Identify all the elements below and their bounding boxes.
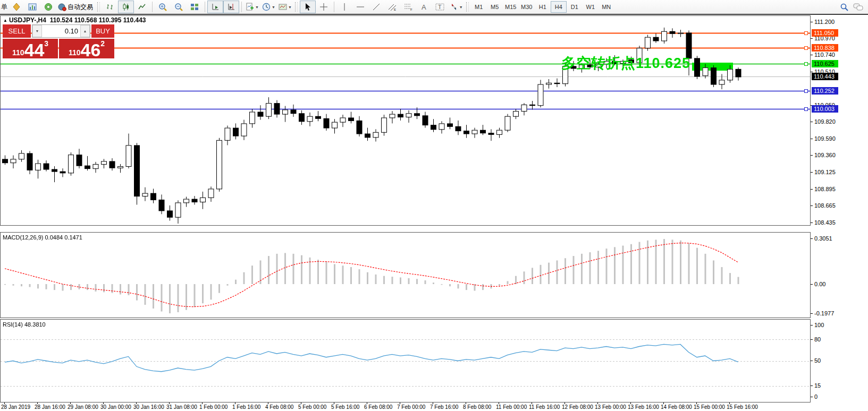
zoom-out-button[interactable]	[171, 1, 187, 13]
chat-icon[interactable]	[853, 3, 864, 11]
price-axis-tick-label: 109.125	[814, 169, 836, 175]
price-axis-tick	[811, 172, 813, 173]
text-icon: A	[420, 3, 428, 11]
price-axis-tick	[811, 222, 813, 223]
one-click-trading-panel: SELL ▼ 0.10 ▲ BUY 110443 110462	[3, 24, 114, 58]
sound-button[interactable]	[40, 1, 56, 13]
search-icon[interactable]	[840, 3, 849, 12]
price-axis-tick-label: 108.895	[814, 186, 836, 192]
macd-axis-tick-label: 0.00	[814, 281, 825, 287]
time-axis-label: 8 Feb 08:00	[463, 404, 491, 410]
toolbar: 单 自动交易	[0, 0, 868, 15]
time-axis-label: 15 Feb 16:00	[727, 404, 758, 410]
price-axis-badge: 110.838	[812, 44, 838, 52]
sound-icon	[44, 3, 53, 11]
time-axis-label: 29 Jan 08:00	[68, 404, 98, 410]
lot-size-value[interactable]: 0.10	[42, 25, 80, 37]
macd-canvas[interactable]	[1, 233, 810, 318]
indicators-button[interactable]: ▼	[244, 1, 260, 13]
tile-windows-button[interactable]	[187, 1, 203, 13]
price-axis-tick	[811, 206, 813, 206]
periods-button[interactable]: ▼	[260, 1, 277, 13]
timeframe-h1[interactable]: H1	[535, 1, 551, 13]
autotrading-button[interactable]: 自动交易	[56, 1, 96, 13]
svg-text:F: F	[410, 8, 412, 11]
timeframe-mn[interactable]: MN	[599, 1, 614, 13]
vertical-line-button[interactable]	[336, 1, 352, 13]
cursor-button[interactable]	[300, 1, 316, 13]
macd-panel[interactable]: MACD(12,26,9) 0.0484 0.1471	[0, 232, 811, 318]
lot-decrease-button[interactable]: ▼	[32, 25, 42, 37]
time-axis-label: 14 Feb 08:00	[661, 404, 692, 410]
timeframe-d1[interactable]: D1	[567, 1, 583, 13]
dropdown-arrow-icon: ▼	[459, 5, 463, 9]
price-axis-tick	[811, 139, 813, 139]
new-order-icon	[12, 3, 21, 11]
text-label-button[interactable]: T	[432, 1, 448, 13]
channel-button[interactable]: E	[384, 1, 400, 13]
rsi-name: RSI(14)	[3, 321, 23, 328]
chart-symbol: USDJPY-,H4	[9, 16, 46, 24]
macd-label: MACD(12,26,9) 0.0484 0.1471	[3, 234, 82, 241]
line-chart-button[interactable]	[134, 1, 150, 13]
timeframe-w1[interactable]: W1	[583, 1, 599, 13]
timeframe-m1[interactable]: M1	[471, 1, 487, 13]
lot-increase-button[interactable]: ▲	[80, 25, 90, 37]
autotrading-label: 自动交易	[68, 3, 93, 12]
zoom-in-button[interactable]	[155, 1, 171, 13]
rsi-panel[interactable]: RSI(14) 48.3810	[0, 319, 811, 403]
svg-text:E: E	[394, 8, 396, 11]
rsi-axis-tick	[811, 325, 813, 326]
sell-price-button[interactable]: 110443	[3, 39, 58, 58]
new-order-button[interactable]	[9, 1, 24, 13]
sell-button[interactable]: SELL	[3, 24, 31, 38]
toolbar-separator	[205, 2, 205, 12]
rsi-axis-tick-label: 50	[814, 357, 821, 364]
time-axis-label: 11 Feb 16:00	[529, 404, 560, 410]
arrows-icon	[450, 3, 458, 11]
trendline-button[interactable]	[368, 1, 384, 13]
price-axis-tick	[811, 55, 813, 55]
dropdown-arrow-icon: ▼	[255, 5, 259, 9]
time-axis-label: 28 Jan 16:00	[35, 404, 65, 410]
chart-shift-button[interactable]	[223, 1, 239, 13]
time-axis-label: 1 Feb 00:00	[199, 404, 227, 410]
timeframe-h4[interactable]: H4	[551, 1, 567, 13]
price-chart-panel[interactable]	[0, 15, 811, 226]
rsi-axis-tick	[811, 361, 813, 361]
charts-window-button[interactable]	[24, 1, 40, 13]
macd-axis-tick-label: -0.1977	[814, 310, 834, 316]
timeframe-m30[interactable]: M30	[519, 1, 535, 13]
crosshair-button[interactable]	[316, 1, 332, 13]
timeframe-m5[interactable]: M5	[487, 1, 503, 13]
price-chart-canvas[interactable]	[1, 16, 810, 225]
arrows-button[interactable]: ▼	[448, 1, 465, 13]
toolbar-separator	[152, 2, 153, 12]
text-button[interactable]: A	[416, 1, 432, 13]
zoom-in-icon	[158, 3, 167, 12]
buy-price-button[interactable]: 110462	[59, 39, 114, 58]
chart-shift-icon	[227, 3, 235, 11]
price-axis-badge: 110.003	[812, 105, 838, 113]
sell-price-prefix: 110	[12, 48, 24, 57]
time-axis-label: 13 Feb 16:00	[628, 404, 659, 410]
fibonacci-button[interactable]: F	[400, 1, 416, 13]
buy-button[interactable]: BUY	[91, 24, 114, 38]
new-order-label[interactable]: 单	[1, 3, 7, 12]
collapse-arrow-icon[interactable]: ▲	[3, 18, 7, 23]
templates-button[interactable]: ▼	[277, 1, 293, 13]
chart-title: ▲USDJPY-,H4 110.524 110.568 110.395 110.…	[3, 16, 146, 24]
candlestick-chart-button[interactable]	[118, 1, 134, 13]
horizontal-line-button[interactable]	[352, 1, 368, 13]
timeframe-m15[interactable]: M15	[503, 1, 519, 13]
price-axis-tick	[811, 38, 813, 39]
time-axis-label: 11 Feb 00:00	[496, 404, 527, 410]
time-axis-label: 12 Feb 08:00	[562, 404, 593, 410]
candlestick-chart-icon	[122, 3, 130, 11]
time-axis-label: 7 Feb 00:00	[397, 404, 425, 410]
auto-scroll-button[interactable]	[207, 1, 223, 13]
rsi-canvas[interactable]	[1, 320, 810, 402]
rsi-label: RSI(14) 48.3810	[3, 321, 46, 328]
crosshair-icon	[319, 3, 328, 11]
bar-chart-button[interactable]	[102, 1, 118, 13]
